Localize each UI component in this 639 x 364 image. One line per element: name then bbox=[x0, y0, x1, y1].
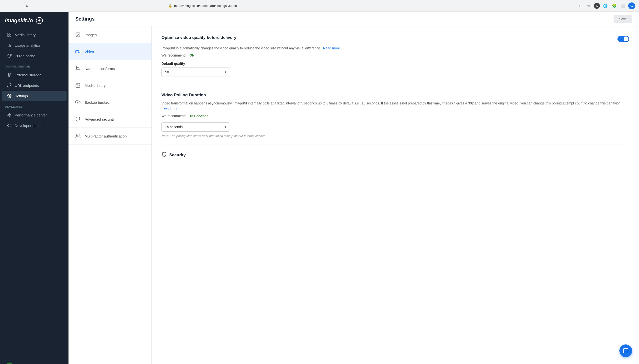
sidebar-item-media-library[interactable]: Media library bbox=[2, 30, 66, 40]
top-bar: Settings Save bbox=[68, 12, 639, 26]
video-quality-description: ImageKit.io automatically changes the vi… bbox=[162, 46, 629, 51]
svg-point-8 bbox=[9, 96, 10, 97]
nav-item-label: Video bbox=[85, 50, 94, 54]
layers-icon bbox=[7, 72, 12, 77]
developer-section-label: DEVELOPER bbox=[0, 101, 68, 110]
polling-note: Note: The polling time starts after one … bbox=[162, 134, 629, 138]
nav-item-label: Multi-factor authentication bbox=[85, 134, 127, 138]
logo-area: imagekit.io + bbox=[0, 12, 68, 28]
grid-icon bbox=[7, 32, 12, 37]
sidebar-nav: Media library Usage analytics Purge cach… bbox=[0, 28, 68, 357]
security-header: Security bbox=[162, 145, 629, 158]
video-quality-read-more[interactable]: Read more bbox=[323, 46, 340, 50]
reload-button[interactable]: ↻ bbox=[24, 2, 30, 9]
nav-item-video[interactable]: Video bbox=[68, 43, 152, 60]
polling-section: Video Polling Duration Video transformat… bbox=[162, 84, 629, 145]
security-shield-icon bbox=[162, 152, 167, 158]
polling-duration-select[interactable]: 15 seconds 30 seconds 45 seconds 60 seco… bbox=[162, 122, 230, 132]
url-bar[interactable]: 🔒 https://imagekit.io/dashboard/settings… bbox=[164, 2, 311, 9]
chat-button[interactable] bbox=[620, 344, 632, 357]
nav-item-label: Named transforms bbox=[85, 66, 115, 71]
svg-marker-13 bbox=[79, 50, 80, 52]
code-icon bbox=[7, 123, 12, 128]
recommend-on-value: ON bbox=[189, 53, 194, 57]
user-profile[interactable]: D Demo ▼ bbox=[3, 360, 66, 364]
sidebar-item-settings[interactable]: Settings bbox=[2, 91, 66, 101]
main-content: Settings Save Images bbox=[68, 12, 639, 364]
video-quality-toggle[interactable] bbox=[618, 36, 629, 42]
sidebar-footer: D Demo ▼ bbox=[0, 357, 68, 364]
sidebar-item-url-endpoints[interactable]: URL endpoints bbox=[2, 80, 66, 90]
polling-recommend: We recommend : 15 Seconds bbox=[162, 114, 629, 118]
refresh-icon bbox=[7, 53, 12, 58]
sidebar-item-purge-cache[interactable]: Purge cache bbox=[2, 51, 66, 61]
nav-item-label: Media library bbox=[85, 84, 106, 88]
polling-read-more[interactable]: Read more bbox=[162, 107, 179, 111]
gear-icon bbox=[7, 94, 12, 98]
url-text: https://imagekit.io/dashboard/settings/v… bbox=[174, 4, 237, 8]
nav-item-mfa[interactable]: Multi-factor authentication bbox=[68, 128, 152, 144]
link-icon bbox=[7, 83, 12, 88]
save-button[interactable]: Save bbox=[614, 15, 632, 23]
shield-icon bbox=[74, 116, 81, 122]
sidebar-item-usage-analytics[interactable]: Usage analytics bbox=[2, 40, 66, 50]
svg-rect-14 bbox=[76, 68, 79, 69]
sidebar-item-external-storage[interactable]: External storage bbox=[2, 70, 66, 80]
sidebar-item-performance-center[interactable]: Performance center bbox=[2, 110, 66, 120]
svg-rect-3 bbox=[10, 35, 11, 36]
sidebar-item-label: URL endpoints bbox=[15, 84, 39, 88]
svg-marker-9 bbox=[8, 113, 11, 117]
bookmark-icon[interactable]: ☆ bbox=[585, 2, 592, 9]
sidebar-item-label: Settings bbox=[15, 94, 28, 98]
extension-k-icon[interactable]: K bbox=[594, 3, 600, 9]
security-title: Security bbox=[169, 153, 186, 158]
nav-item-label: Advanced security bbox=[85, 117, 115, 121]
browser-chrome: ← → ↻ 🔒 https://imagekit.io/dashboard/se… bbox=[0, 0, 639, 12]
quality-field-label: Default quality bbox=[162, 62, 629, 66]
forward-button[interactable]: → bbox=[14, 2, 20, 9]
polling-select-wrap: 15 seconds 30 seconds 45 seconds 60 seco… bbox=[162, 122, 230, 132]
nav-item-label: Images bbox=[85, 33, 97, 37]
sidebar-toggle-icon[interactable]: ⬜ bbox=[620, 2, 626, 9]
nav-item-advanced-security[interactable]: Advanced security bbox=[68, 111, 152, 128]
sidebar-item-label: Performance center bbox=[15, 113, 47, 117]
logo-text: imagekit.io bbox=[5, 17, 33, 24]
nav-item-named-transforms[interactable]: Named transforms bbox=[68, 60, 152, 77]
video-icon bbox=[74, 48, 81, 55]
content-area: Images Video Named transforms bbox=[68, 26, 639, 364]
chart-icon bbox=[7, 43, 12, 48]
nav-item-media-library[interactable]: Media library bbox=[68, 77, 152, 94]
video-quality-header: Optimize video quality before delivery bbox=[162, 35, 629, 43]
sidebar-item-developer-options[interactable]: Developer options bbox=[2, 120, 66, 131]
sidebar-item-label: Usage analytics bbox=[15, 43, 40, 48]
polling-title: Video Polling Duration bbox=[162, 93, 629, 98]
svg-rect-12 bbox=[76, 50, 79, 52]
sidebar-item-label: Developer options bbox=[15, 124, 44, 128]
user-shield-icon bbox=[74, 132, 81, 140]
profile-avatar[interactable]: G bbox=[628, 2, 635, 9]
add-button[interactable]: + bbox=[36, 17, 43, 24]
back-button[interactable]: ← bbox=[4, 2, 11, 9]
sidebar-item-label: External storage bbox=[15, 73, 41, 77]
svg-rect-2 bbox=[8, 35, 9, 36]
polling-recommend-value: 15 Seconds bbox=[189, 114, 208, 118]
video-quality-recommend: We recommend : ON bbox=[162, 53, 629, 57]
svg-point-16 bbox=[76, 84, 77, 85]
svg-rect-0 bbox=[8, 33, 9, 34]
crop-icon bbox=[74, 65, 81, 72]
svg-point-11 bbox=[76, 34, 77, 34]
nav-item-backup-bucket[interactable]: Backup bucket bbox=[68, 94, 152, 111]
share-icon[interactable]: ⬆ bbox=[576, 2, 583, 9]
nav-item-images[interactable]: Images bbox=[68, 26, 152, 43]
photo-icon bbox=[74, 82, 81, 89]
lock-icon: 🔒 bbox=[168, 4, 172, 8]
quality-select[interactable]: 50 60 70 80 90 auto bbox=[162, 68, 230, 77]
sidebar-item-label: Media library bbox=[15, 33, 36, 37]
sidebar-item-label: Purge cache bbox=[15, 54, 35, 58]
image-icon bbox=[74, 31, 81, 38]
puzzle-icon[interactable]: 🧩 bbox=[610, 2, 618, 9]
translate-icon[interactable]: 🌐 bbox=[602, 2, 609, 9]
sidebar: imagekit.io + Media library Usage analyt… bbox=[0, 12, 68, 364]
middle-nav: Images Video Named transforms bbox=[68, 26, 152, 364]
svg-point-18 bbox=[76, 134, 78, 136]
